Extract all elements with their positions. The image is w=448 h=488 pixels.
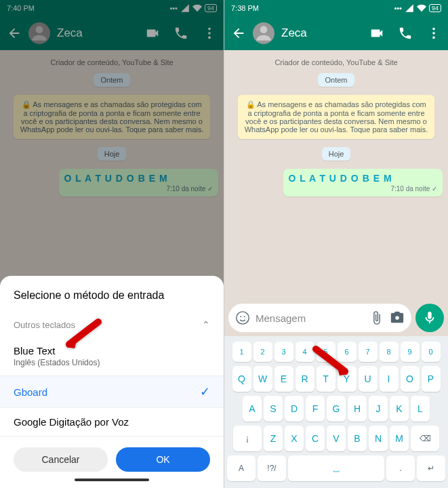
svg-point-7	[240, 316, 241, 317]
menu-icon[interactable]	[426, 26, 441, 41]
key-2[interactable]: 2	[253, 342, 272, 362]
svg-point-9	[395, 316, 399, 320]
key-k[interactable]: K	[390, 396, 409, 422]
key-j[interactable]: J	[369, 396, 388, 422]
key-v[interactable]: V	[327, 426, 346, 451]
key-3[interactable]: 3	[274, 342, 293, 362]
key-u[interactable]: U	[359, 366, 378, 392]
contact-subtitle: Criador de conteúdo, YouTube & Site	[230, 58, 443, 66]
key-b[interactable]: B	[348, 426, 367, 451]
sheet-title: Selecione o método de entrada	[0, 289, 224, 312]
placeholder: Mensagem	[256, 312, 364, 324]
message-input-bar: Mensagem	[224, 300, 448, 336]
red-arrow-annotation	[312, 346, 353, 382]
key-g[interactable]: G	[327, 396, 346, 422]
check-icon: ✓	[200, 384, 210, 399]
key-s[interactable]: S	[264, 396, 283, 422]
key-e[interactable]: E	[274, 366, 293, 392]
home-indicator	[75, 479, 149, 481]
date-pill: Ontem	[318, 73, 354, 87]
cancel-button[interactable]: Cancelar	[14, 447, 108, 472]
ok-button[interactable]: OK	[116, 447, 210, 472]
key-lang[interactable]: A	[227, 455, 256, 481]
status-time: 7:38 PM	[231, 4, 259, 12]
red-arrow-annotation	[61, 319, 102, 355]
svg-point-8	[244, 316, 245, 317]
key-d[interactable]: D	[285, 396, 304, 422]
key-a[interactable]: A	[243, 396, 262, 422]
key-backspace[interactable]: ⌫	[411, 426, 439, 451]
message-outgoing[interactable]: O L A T U D O B E M 7:10 da noite ✓	[283, 169, 443, 197]
svg-point-4	[432, 32, 435, 35]
key-i[interactable]: I	[380, 366, 399, 392]
input-method-sheet: Selecione o método de entrada Outros tec…	[0, 276, 224, 488]
chat-area: Criador de conteúdo, YouTube & Site Onte…	[224, 50, 448, 300]
status-icons: ••• 94	[394, 3, 441, 13]
attach-icon[interactable]	[369, 310, 384, 325]
key-n[interactable]: N	[369, 426, 388, 451]
chat-header: Zeca	[224, 16, 448, 50]
key-m[interactable]: M	[390, 426, 409, 451]
key-shift[interactable]: ¡	[233, 426, 262, 451]
key-8[interactable]: 8	[380, 342, 399, 362]
video-call-icon[interactable]	[369, 26, 384, 41]
camera-icon[interactable]	[390, 310, 405, 325]
key-h[interactable]: H	[348, 396, 367, 422]
svg-point-6	[237, 312, 249, 324]
key-f[interactable]: F	[306, 396, 325, 422]
key-q[interactable]: Q	[232, 366, 251, 392]
message-input[interactable]: Mensagem	[228, 304, 411, 332]
keyboard-option-gboard[interactable]: Gboard ✓	[0, 376, 224, 408]
date-pill: Hoje	[322, 147, 351, 161]
key-c[interactable]: C	[306, 426, 325, 451]
phone-right: 7:38 PM ••• 94 Zeca Criador de conteúdo,…	[224, 0, 448, 488]
keyboard-option-blue-text[interactable]: Blue Text Inglês (Estados Unidos)	[0, 337, 224, 376]
avatar[interactable]	[253, 22, 274, 44]
voice-call-icon[interactable]	[398, 26, 413, 41]
key-0[interactable]: 0	[422, 342, 441, 362]
mic-button[interactable]	[415, 304, 444, 332]
key-space[interactable]: ⎵	[288, 455, 384, 481]
key-l[interactable]: L	[411, 396, 430, 422]
chevron-up-icon: ⌃	[202, 319, 210, 330]
key-symbols[interactable]: !?/	[258, 455, 286, 481]
sheet-section-header[interactable]: Outros teclados ⌃	[0, 312, 224, 337]
key-4[interactable]: 4	[296, 342, 314, 362]
key-o[interactable]: O	[401, 366, 420, 392]
key-x[interactable]: X	[285, 426, 304, 451]
key-period[interactable]: .	[386, 455, 415, 481]
key-7[interactable]: 7	[359, 342, 378, 362]
contact-name[interactable]: Zeca	[281, 26, 363, 40]
phone-left: 7:40 PM ••• 94 Zeca Criador de conteúdo,…	[0, 0, 224, 488]
key-p[interactable]: P	[422, 366, 441, 392]
emoji-icon[interactable]	[235, 310, 250, 325]
keyboard-option-voice[interactable]: Google Digitação por Voz	[0, 408, 224, 436]
svg-point-3	[432, 28, 435, 30]
key-w[interactable]: W	[253, 366, 272, 392]
svg-point-5	[432, 37, 435, 39]
key-z[interactable]: Z	[264, 426, 283, 451]
message-time: 7:10 da noite ✓	[289, 185, 438, 192]
key-9[interactable]: 9	[401, 342, 420, 362]
encryption-notice[interactable]: 🔒As mensagens e as chamadas são protegid…	[238, 95, 434, 139]
message-text: O L A T U D O B E M	[289, 173, 438, 184]
key-enter[interactable]: ↵	[417, 455, 445, 481]
key-1[interactable]: 1	[232, 342, 251, 362]
key-r[interactable]: R	[296, 366, 314, 392]
back-icon[interactable]	[231, 26, 246, 41]
statusbar: 7:38 PM ••• 94	[224, 0, 448, 16]
